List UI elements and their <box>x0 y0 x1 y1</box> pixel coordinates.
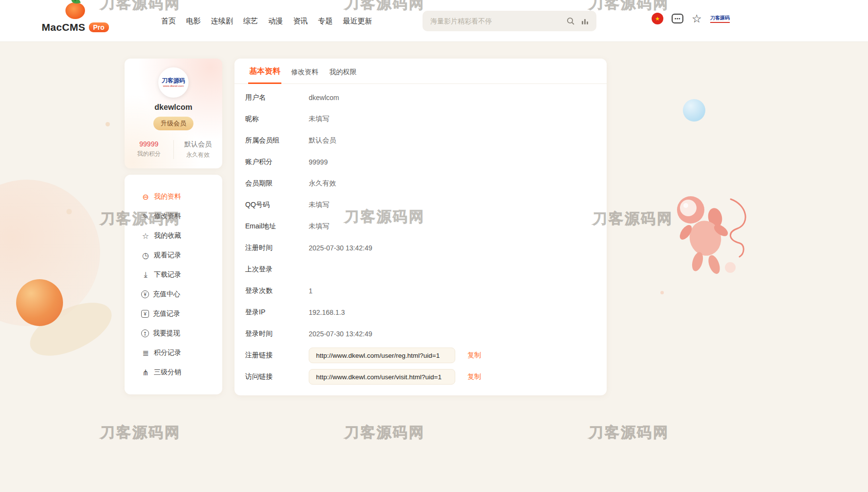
sidebar-item-label: 积分记录 <box>154 348 181 357</box>
info-row-label: 登录时间 <box>245 329 309 338</box>
sidebar-item-label: 观看记录 <box>154 251 181 260</box>
sidebar-item-label: 修改资料 <box>154 212 181 221</box>
info-row-value: 2025-07-30 13:42:49 <box>309 244 372 252</box>
decorative-orange-sphere <box>16 279 63 326</box>
sidebar-item-label: 三级分销 <box>154 368 181 377</box>
info-row-label: 登录IP <box>245 308 309 317</box>
upgrade-member-button[interactable]: 升级会员 <box>153 117 193 130</box>
sidebar-item-label: 下载记录 <box>154 270 181 279</box>
pro-badge: Pro <box>89 22 109 32</box>
info-row-label: 账户积分 <box>245 158 309 166</box>
nav-item[interactable]: 最近更新 <box>343 17 372 26</box>
tab-bar: 基本资料 修改资料 我的权限 <box>234 59 607 84</box>
sidebar-item-label: 我的收藏 <box>154 231 181 240</box>
info-row-value: 未填写 <box>309 201 329 209</box>
info-row-value: 默认会员 <box>309 136 336 145</box>
nav-item[interactable]: 综艺 <box>243 17 258 26</box>
nav-item[interactable]: 专题 <box>318 17 333 26</box>
profile-icon: ⊖ <box>141 192 150 201</box>
link-row: 注册链接 复制 <box>234 345 607 366</box>
nav-item[interactable]: 首页 <box>161 17 176 26</box>
copy-link-button[interactable]: 复制 <box>467 351 481 360</box>
info-row-value: 2025-07-30 13:42:49 <box>309 330 372 338</box>
edit-icon: ✎ <box>141 212 150 221</box>
link-row-label: 访问链接 <box>245 372 309 381</box>
profile-stats: 99999 我的积分 默认会员 永久有效 <box>125 140 222 159</box>
distribution-icon: ⋔ <box>141 368 150 377</box>
sidebar-menu-card: ⊖ 我的资料 ✎ 修改资料 ☆ 我的收藏 ◷ <box>125 175 222 394</box>
sidebar-menu-item[interactable]: ¥ 充值中心 <box>125 285 222 304</box>
decorative-blob-beige <box>22 292 119 367</box>
stat-block: 99999 我的积分 <box>125 140 174 159</box>
search-icon[interactable] <box>566 17 575 25</box>
header-actions: ★ ⋯ ☆ 刀客源码 <box>652 13 730 24</box>
partner-site-logo[interactable]: 刀客源码 <box>710 15 730 23</box>
nav-item[interactable]: 资讯 <box>293 17 308 26</box>
link-rows: 注册链接 复制 访问链接 复制 <box>234 345 607 388</box>
tab[interactable]: 基本资料 <box>248 66 281 84</box>
info-row-value: 99999 <box>309 158 328 166</box>
nav-item[interactable]: 电影 <box>186 17 201 26</box>
language-flag-icon[interactable]: ★ <box>652 13 663 24</box>
sidebar-item-label: 我的资料 <box>154 192 181 201</box>
sidebar-menu-item[interactable]: ◷ 观看记录 <box>125 246 222 265</box>
info-row: 所属会员组 默认会员 <box>234 130 607 151</box>
withdraw-icon: ↥ <box>141 329 149 337</box>
tab[interactable]: 我的权限 <box>328 68 358 83</box>
info-row-value: 未填写 <box>309 222 329 231</box>
avatar: 刀客源码 www.dkewl.com <box>158 67 189 98</box>
content-layout: 刀客源码 www.dkewl.com dkewlcom 升级会员 99999 我… <box>125 59 607 395</box>
watch-history-icon: ◷ <box>141 251 150 260</box>
info-rows: 用户名 dkewlcom 昵称 未填写 所属会员组 默认会员 账户积分 9999… <box>234 84 607 345</box>
profile-detail-card: 基本资料 修改资料 我的权限 用户名 dkewlcom 昵称 未填写 所 <box>234 59 607 395</box>
site-logo[interactable]: MacCMS Pro <box>43 2 107 33</box>
message-icon[interactable]: ⋯ <box>672 14 683 23</box>
sidebar-menu-item[interactable]: ⊖ 我的资料 <box>125 187 222 206</box>
username: dkewlcom <box>125 103 222 112</box>
link-row-label: 注册链接 <box>245 351 309 360</box>
sidebar-menu-item[interactable]: ↥ 我要提现 <box>125 324 222 343</box>
favorites-icon: ☆ <box>141 231 150 240</box>
stat-label: 永久有效 <box>174 151 223 159</box>
sidebar-menu: ⊖ 我的资料 ✎ 修改资料 ☆ 我的收藏 ◷ <box>125 187 222 382</box>
sidebar-menu-item[interactable]: ⤓ 下载记录 <box>125 265 222 285</box>
link-url-input[interactable] <box>309 348 455 363</box>
info-row: 登录次数 1 <box>234 280 607 302</box>
info-row-value: 192.168.1.3 <box>309 308 345 316</box>
info-row: 上次登录 <box>234 259 607 280</box>
link-row: 访问链接 复制 <box>234 366 607 388</box>
tomato-logo-icon <box>65 2 85 19</box>
info-row-label: 用户名 <box>245 93 309 102</box>
info-row: QQ号码 未填写 <box>234 194 607 216</box>
watermark: 刀客源码网 <box>344 423 425 443</box>
info-row-label: 昵称 <box>245 115 309 123</box>
sidebar-item-label: 充值中心 <box>153 290 180 299</box>
nav-item[interactable]: 动漫 <box>268 17 283 26</box>
copy-link-button[interactable]: 复制 <box>467 372 481 381</box>
sidebar-menu-item[interactable]: ¥ 充值记录 <box>125 304 222 324</box>
nav-item[interactable]: 连续剧 <box>211 17 233 26</box>
link-url-input[interactable] <box>309 369 455 385</box>
recharge-center-icon: ¥ <box>141 290 149 298</box>
watermark: 刀客源码网 <box>100 423 181 443</box>
watermark: 刀客源码网 <box>589 423 669 443</box>
search-input[interactable] <box>423 17 566 25</box>
info-row-label: 会员期限 <box>245 179 309 188</box>
tab[interactable]: 修改资料 <box>290 68 319 83</box>
sidebar: 刀客源码 www.dkewl.com dkewlcom 升级会员 99999 我… <box>125 59 222 395</box>
favorite-star-icon[interactable]: ☆ <box>692 13 702 24</box>
sidebar-item-label: 充值记录 <box>153 309 180 318</box>
info-row-label: 注册时间 <box>245 244 309 252</box>
trending-chart-icon[interactable] <box>581 18 589 25</box>
info-row: 会员期限 永久有效 <box>234 173 607 194</box>
recharge-record-icon: ¥ <box>141 310 149 318</box>
sidebar-menu-item[interactable]: ✎ 修改资料 <box>125 206 222 226</box>
info-row: 注册时间 2025-07-30 13:42:49 <box>234 237 607 259</box>
info-row-label: QQ号码 <box>245 201 309 209</box>
info-row: 昵称 未填写 <box>234 108 607 130</box>
sidebar-menu-item[interactable]: ⋔ 三级分销 <box>125 363 222 382</box>
sidebar-menu-item[interactable]: ≣ 积分记录 <box>125 343 222 363</box>
sidebar-menu-item[interactable]: ☆ 我的收藏 <box>125 226 222 246</box>
points-record-icon: ≣ <box>141 348 150 357</box>
info-row: 登录时间 2025-07-30 13:42:49 <box>234 323 607 345</box>
